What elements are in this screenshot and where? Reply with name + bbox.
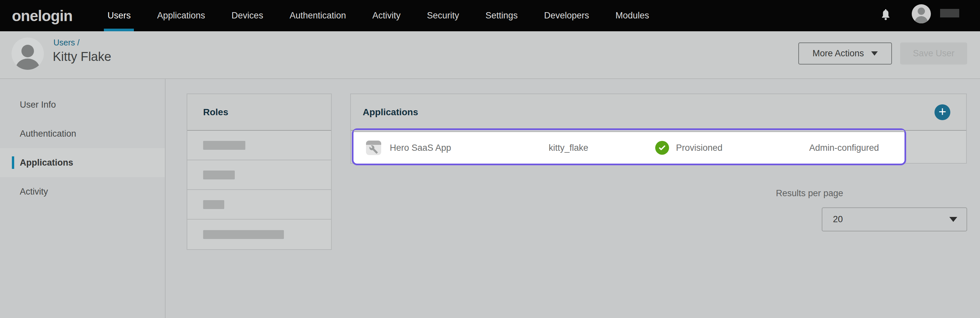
page-title: Kitty Flake [53, 50, 111, 64]
nav-item-security[interactable]: Security [427, 0, 459, 31]
breadcrumb-users-link[interactable]: Users / [53, 38, 80, 47]
main-content: Roles Applications + [166, 79, 980, 318]
nav-item-settings[interactable]: Settings [485, 0, 518, 31]
plus-icon: + [939, 104, 946, 119]
save-user-button[interactable]: Save User [900, 43, 967, 65]
sidebar-item-label: Activity [20, 187, 48, 197]
roles-row [187, 220, 331, 249]
chevron-down-icon [871, 51, 878, 55]
more-actions-button[interactable]: More Actions [798, 43, 892, 65]
results-per-page-select[interactable]: 20 [822, 207, 967, 231]
roles-panel: Roles [187, 93, 332, 250]
row-header-strip [353, 130, 905, 132]
application-username: kitty_flake [549, 143, 588, 153]
top-navigation-bar: onelogin Users Applications Devices Auth… [0, 0, 980, 31]
nav-item-users[interactable]: Users [108, 0, 131, 31]
roles-row [187, 131, 331, 160]
active-indicator-bar [12, 157, 14, 169]
roles-panel-title: Roles [187, 107, 228, 117]
page-body: User Info Authentication Applications Ac… [0, 79, 980, 318]
green-check-icon [655, 141, 669, 155]
redacted-role-name [203, 230, 284, 239]
sidebar-item-label: Authentication [20, 129, 76, 139]
app-window-wrench-icon [366, 141, 381, 155]
nav-items: Users Applications Devices Authenticatio… [108, 0, 649, 31]
results-per-page-value: 20 [822, 214, 843, 225]
redacted-role-name [203, 141, 245, 150]
avatar-head-shape [21, 45, 34, 57]
nav-item-authentication[interactable]: Authentication [290, 0, 346, 31]
app-icon-titlebar [366, 141, 381, 145]
user-page-header: Users / Kitty Flake More Actions Save Us… [0, 31, 980, 79]
sidebar-item-user-info[interactable]: User Info [0, 90, 165, 119]
roles-panel-header: Roles [187, 94, 331, 131]
nav-item-devices[interactable]: Devices [231, 0, 263, 31]
nav-item-modules[interactable]: Modules [615, 0, 649, 31]
onelogin-logo[interactable]: onelogin [12, 0, 73, 31]
nav-item-developers[interactable]: Developers [544, 0, 589, 31]
redacted-account-label [940, 9, 959, 17]
user-section-sidebar: User Info Authentication Applications Ac… [0, 79, 165, 318]
more-actions-label: More Actions [813, 48, 864, 59]
nav-item-activity[interactable]: Activity [372, 0, 401, 31]
nav-item-applications[interactable]: Applications [157, 0, 205, 31]
status-badge: Provisioned [676, 143, 722, 153]
onelogin-admin-page: onelogin Users Applications Devices Auth… [0, 0, 980, 318]
applications-panel-header: Applications + [351, 94, 966, 131]
application-row-hero-saas-app[interactable]: Hero SaaS App kitty_flake Provisioned Ad… [352, 128, 906, 165]
add-application-button[interactable]: + [934, 104, 950, 120]
roles-row [187, 160, 331, 190]
redacted-role-name [203, 200, 224, 209]
application-name: Hero SaaS App [390, 143, 451, 153]
config-type-label: Admin-configured [809, 143, 879, 153]
sidebar-item-activity[interactable]: Activity [0, 177, 165, 206]
results-per-page-label: Results per page [776, 188, 843, 198]
bell-icon[interactable] [880, 8, 891, 24]
user-avatar [11, 38, 44, 70]
applications-panel-title: Applications [351, 107, 418, 117]
avatar-head-shape [918, 8, 925, 15]
sidebar-item-label: Applications [20, 158, 73, 168]
redacted-role-name [203, 171, 235, 179]
account-avatar[interactable] [912, 4, 931, 24]
roles-row [187, 190, 331, 220]
chevron-down-icon [949, 217, 957, 222]
sidebar-item-label: User Info [20, 100, 56, 110]
avatar-shoulders-shape [915, 16, 928, 24]
sidebar-item-applications[interactable]: Applications [0, 148, 165, 177]
avatar-shoulders-shape [16, 59, 40, 70]
sidebar-item-authentication[interactable]: Authentication [0, 119, 165, 148]
